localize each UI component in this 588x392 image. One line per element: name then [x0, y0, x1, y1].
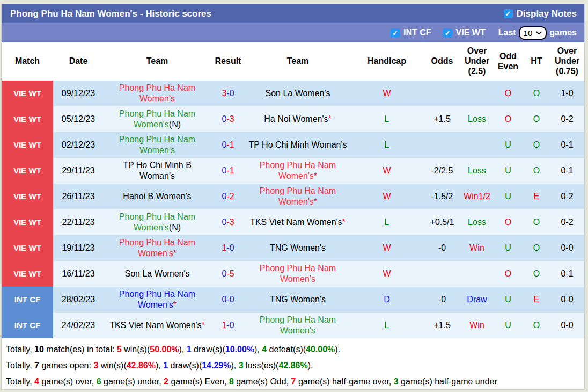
league-badge: VIE WT	[2, 184, 53, 209]
col-date: Date	[53, 42, 104, 81]
last-games-select[interactable]: 10	[519, 26, 547, 40]
home-score: 1	[222, 321, 226, 330]
summary-text: ),	[156, 361, 163, 370]
team-star-marker: *	[342, 217, 346, 227]
team-name: TNG Women's	[270, 295, 326, 304]
summary-text: ),	[254, 345, 262, 354]
table-row: VIE WT26/11/23Hanoi B Women's0-2Phong Ph…	[2, 184, 584, 209]
summary-text: game(s) half-game under	[399, 377, 497, 386]
home-score: 0	[222, 114, 226, 124]
summary-text: loss(es)(	[244, 361, 279, 370]
home-team: TP Ho Chi Minh B Woman's	[104, 158, 211, 184]
summary-stat: 3	[93, 361, 98, 370]
over-under-25-result: U	[493, 313, 523, 338]
league-badge: VIE WT	[2, 106, 53, 132]
win-draw-loss: L	[350, 209, 423, 235]
half-time-score: 0-0	[550, 313, 584, 338]
home-score: 1	[222, 243, 226, 252]
away-team: TNG Women's	[245, 287, 350, 313]
league-badge: VIE WT	[2, 81, 53, 106]
league-badge: INT CF	[2, 313, 53, 338]
summary-text: games open:	[39, 361, 93, 370]
table-row: VIE WT22/11/23Phong Phu Ha Nam Women's(N…	[2, 209, 584, 235]
odds-result: Loss	[461, 209, 493, 235]
away-score: -0	[226, 89, 234, 98]
summary-stat: 4	[34, 377, 39, 386]
table-row: VIE WT05/12/23Phong Phu Ha Nam Women's(N…	[2, 106, 584, 132]
col-odds: Odds	[423, 42, 461, 81]
summary-section: Totally, 10 match(es) in total: 5 win(s)…	[2, 338, 584, 389]
handicap-value: +1.5	[423, 313, 461, 338]
summary-stat: 10.00%	[225, 345, 254, 354]
summary-text: draw(s)(	[192, 345, 225, 354]
away-score: -3	[226, 114, 234, 124]
away-team: Phong Phu Ha Nam Women's	[245, 313, 350, 338]
historic-scores-panel: Phong Phu Ha Nam Women's - Historic scor…	[2, 4, 584, 389]
home-team: Phong Phu Ha Nam Women's(N)	[104, 106, 211, 132]
table-row: VIE WT29/11/23TP Ho Chi Minh B Woman's0-…	[2, 158, 584, 184]
over-under-25-result: O	[493, 261, 523, 287]
vie-wt-checkbox[interactable]	[443, 28, 452, 38]
away-team: Ha Noi Women's*	[245, 106, 350, 132]
neutral-ground-marker: (N)	[169, 120, 181, 129]
league-badge: INT CF	[2, 287, 53, 313]
team-name: TP Ho Chi Minh B Woman's	[123, 161, 192, 180]
handicap-value	[423, 81, 461, 106]
half-time-score: 1-0	[550, 81, 584, 106]
win-draw-loss: L	[350, 106, 423, 132]
team-name: Son La Women's	[265, 89, 330, 98]
summary-stat: 4	[262, 345, 267, 354]
team-star-marker: *	[202, 321, 205, 330]
team-name: TKS Viet Nam Women's	[250, 217, 342, 227]
over-under-25-result: U	[493, 132, 523, 158]
summary-stat: 3	[394, 377, 399, 386]
filter-bar: INT CF VIE WT Last 10 games	[2, 23, 584, 42]
half-time-score: 0-2	[550, 209, 584, 235]
odds-result: Win1/2	[461, 184, 493, 209]
away-score: -1	[226, 166, 234, 175]
full-time-score: 1-0	[211, 313, 245, 338]
match-date: 16/11/23	[53, 261, 104, 287]
half-time-score: 0-0	[550, 235, 584, 261]
table-row: VIE WT02/12/23Phong Phu Ha Nam Women's0-…	[2, 132, 584, 158]
historic-scores-table: Match Date Team Result Team Handicap Odd…	[2, 42, 584, 338]
team-name: TKS Viet Nam Women's	[109, 321, 201, 330]
match-date: 26/11/23	[53, 184, 104, 209]
col-team-away: Team	[245, 42, 350, 81]
int-cf-checkbox[interactable]	[391, 28, 400, 38]
over-under-25-result: U	[493, 158, 523, 184]
col-ht: HT	[523, 42, 550, 81]
col-result: Result	[211, 42, 245, 81]
summary-stat: 42.86%	[278, 361, 307, 370]
display-notes-checkbox[interactable]	[504, 9, 513, 18]
summary-line: Totally, 7 games open: 3 win(s)(42.86%),…	[6, 358, 580, 374]
summary-text: win(s)(	[122, 345, 150, 354]
home-score: 0	[222, 166, 226, 175]
over-under-25-result: U	[493, 235, 523, 261]
chevron-down-icon	[536, 31, 542, 35]
win-draw-loss: L	[350, 132, 423, 158]
summary-stat: 42.86%	[127, 361, 156, 370]
handicap-value: +1.5	[423, 106, 461, 132]
half-time-score: 0-1	[550, 261, 584, 287]
games-label: games	[549, 28, 577, 38]
home-team: Phong Phu Ha Nam Women's*	[104, 287, 211, 313]
win-draw-loss: D	[350, 287, 423, 313]
home-score: 0	[222, 269, 226, 278]
team-name: Son La Women's	[124, 269, 189, 278]
int-cf-filter: INT CF	[391, 28, 431, 38]
away-score: -5	[226, 269, 234, 278]
league-badge: VIE WT	[2, 158, 53, 184]
table-header-row: Match Date Team Result Team Handicap Odd…	[2, 42, 584, 81]
odd-even-result: O	[523, 313, 550, 338]
half-time-score: 0-0	[550, 287, 584, 313]
over-under-25-result: O	[493, 209, 523, 235]
summary-text: ).	[308, 361, 313, 370]
table-row: VIE WT09/12/23Phong Phu Ha Nam Women's3-…	[2, 81, 584, 106]
away-team: Son La Women's	[245, 81, 350, 106]
table-row: INT CF28/02/23Phong Phu Ha Nam Women's*0…	[2, 287, 584, 313]
team-name: Phong Phu Ha Nam Women's	[119, 135, 195, 155]
odds-result	[461, 81, 493, 106]
team-name: TNG Women's	[270, 243, 326, 252]
team-name: Phong Phu Ha Nam Women's	[260, 264, 336, 284]
